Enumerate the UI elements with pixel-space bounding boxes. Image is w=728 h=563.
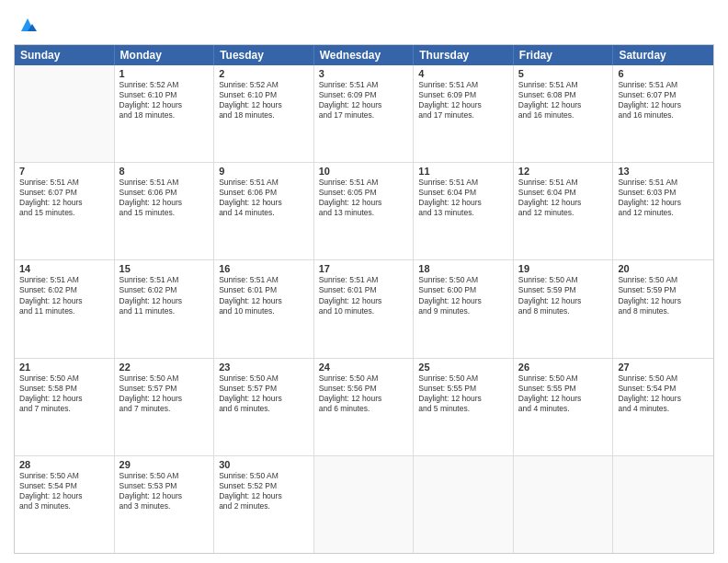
cell-info: Sunrise: 5:51 AM Sunset: 6:04 PM Dayligh… — [418, 178, 508, 218]
cell-info: Sunrise: 5:50 AM Sunset: 5:59 PM Dayligh… — [518, 275, 609, 316]
cell-info: Sunrise: 5:50 AM Sunset: 5:57 PM Dayligh… — [119, 373, 210, 414]
calendar-cell: 18Sunrise: 5:50 AM Sunset: 6:00 PM Dayli… — [414, 260, 514, 357]
calendar-cell: 27Sunrise: 5:50 AM Sunset: 5:54 PM Dayli… — [613, 359, 713, 455]
calendar-cell: 24Sunrise: 5:50 AM Sunset: 5:56 PM Dayli… — [314, 359, 415, 455]
calendar-cell: 19Sunrise: 5:50 AM Sunset: 5:59 PM Dayli… — [514, 260, 614, 357]
cell-info: Sunrise: 5:51 AM Sunset: 6:06 PM Dayligh… — [219, 178, 309, 218]
calendar-cell: 8Sunrise: 5:51 AM Sunset: 6:06 PM Daylig… — [115, 163, 215, 259]
calendar-cell: 4Sunrise: 5:51 AM Sunset: 6:09 PM Daylig… — [414, 65, 514, 162]
cell-info: Sunrise: 5:50 AM Sunset: 5:55 PM Dayligh… — [418, 373, 508, 414]
calendar-week-4: 21Sunrise: 5:50 AM Sunset: 5:58 PM Dayli… — [15, 359, 713, 456]
cell-info: Sunrise: 5:51 AM Sunset: 6:06 PM Dayligh… — [119, 178, 210, 218]
day-number: 28 — [19, 459, 109, 470]
cell-info: Sunrise: 5:50 AM Sunset: 5:54 PM Dayligh… — [19, 471, 109, 511]
day-number: 6 — [618, 68, 709, 79]
calendar-cell: 10Sunrise: 5:51 AM Sunset: 6:05 PM Dayli… — [314, 163, 415, 259]
cell-info: Sunrise: 5:50 AM Sunset: 5:58 PM Dayligh… — [19, 373, 109, 414]
calendar-cell: 23Sunrise: 5:50 AM Sunset: 5:57 PM Dayli… — [214, 359, 314, 455]
calendar-cell: 15Sunrise: 5:51 AM Sunset: 6:02 PM Dayli… — [115, 260, 215, 357]
calendar-week-1: 1Sunrise: 5:52 AM Sunset: 6:10 PM Daylig… — [15, 65, 713, 163]
cell-info: Sunrise: 5:51 AM Sunset: 6:07 PM Dayligh… — [19, 178, 109, 218]
calendar-cell: 12Sunrise: 5:51 AM Sunset: 6:04 PM Dayli… — [514, 163, 614, 259]
cell-info: Sunrise: 5:50 AM Sunset: 5:59 PM Dayligh… — [618, 275, 709, 316]
cell-info: Sunrise: 5:50 AM Sunset: 6:00 PM Dayligh… — [418, 275, 508, 316]
calendar-week-5: 28Sunrise: 5:50 AM Sunset: 5:54 PM Dayli… — [15, 456, 713, 553]
calendar-cell — [314, 456, 415, 553]
cell-info: Sunrise: 5:50 AM Sunset: 5:56 PM Dayligh… — [319, 373, 409, 414]
calendar-cell — [613, 456, 713, 553]
day-number: 26 — [518, 362, 609, 373]
logo-icon — [17, 15, 38, 39]
cell-info: Sunrise: 5:51 AM Sunset: 6:09 PM Dayligh… — [418, 80, 508, 121]
day-number: 19 — [518, 263, 609, 274]
cell-info: Sunrise: 5:50 AM Sunset: 5:57 PM Dayligh… — [219, 373, 309, 414]
calendar-body: 1Sunrise: 5:52 AM Sunset: 6:10 PM Daylig… — [15, 65, 713, 553]
day-number: 21 — [19, 362, 109, 373]
logo — [14, 13, 38, 39]
day-number: 13 — [618, 166, 709, 177]
cell-info: Sunrise: 5:51 AM Sunset: 6:05 PM Dayligh… — [319, 178, 409, 218]
header-day-tuesday: Tuesday — [214, 45, 314, 65]
header-day-thursday: Thursday — [414, 45, 514, 65]
calendar-cell: 14Sunrise: 5:51 AM Sunset: 6:02 PM Dayli… — [15, 260, 115, 357]
calendar-cell: 11Sunrise: 5:51 AM Sunset: 6:04 PM Dayli… — [414, 163, 514, 259]
day-number: 20 — [618, 263, 709, 274]
day-number: 23 — [219, 362, 309, 373]
calendar-cell: 1Sunrise: 5:52 AM Sunset: 6:10 PM Daylig… — [115, 65, 215, 162]
day-number: 27 — [618, 362, 709, 373]
page-header — [14, 9, 714, 39]
cell-info: Sunrise: 5:52 AM Sunset: 6:10 PM Dayligh… — [219, 80, 309, 121]
calendar-cell: 17Sunrise: 5:51 AM Sunset: 6:01 PM Dayli… — [314, 260, 415, 357]
cell-info: Sunrise: 5:50 AM Sunset: 5:55 PM Dayligh… — [518, 373, 609, 414]
day-number: 12 — [518, 166, 609, 177]
cell-info: Sunrise: 5:52 AM Sunset: 6:10 PM Dayligh… — [119, 80, 210, 121]
day-number: 30 — [219, 459, 309, 470]
day-number: 2 — [219, 68, 309, 79]
calendar-cell: 2Sunrise: 5:52 AM Sunset: 6:10 PM Daylig… — [214, 65, 314, 162]
calendar-cell: 9Sunrise: 5:51 AM Sunset: 6:06 PM Daylig… — [214, 163, 314, 259]
day-number: 3 — [319, 68, 409, 79]
calendar: SundayMondayTuesdayWednesdayThursdayFrid… — [14, 44, 714, 554]
day-number: 22 — [119, 362, 210, 373]
day-number: 1 — [119, 68, 210, 79]
calendar-cell: 7Sunrise: 5:51 AM Sunset: 6:07 PM Daylig… — [15, 163, 115, 259]
day-number: 24 — [319, 362, 409, 373]
calendar-week-3: 14Sunrise: 5:51 AM Sunset: 6:02 PM Dayli… — [15, 260, 713, 358]
day-number: 11 — [418, 166, 508, 177]
cell-info: Sunrise: 5:50 AM Sunset: 5:54 PM Dayligh… — [618, 373, 709, 414]
calendar-cell: 3Sunrise: 5:51 AM Sunset: 6:09 PM Daylig… — [314, 65, 415, 162]
day-number: 18 — [418, 263, 508, 274]
cell-info: Sunrise: 5:51 AM Sunset: 6:01 PM Dayligh… — [319, 275, 409, 316]
calendar-cell: 13Sunrise: 5:51 AM Sunset: 6:03 PM Dayli… — [613, 163, 713, 259]
cell-info: Sunrise: 5:51 AM Sunset: 6:03 PM Dayligh… — [618, 178, 709, 218]
cell-info: Sunrise: 5:51 AM Sunset: 6:02 PM Dayligh… — [19, 275, 109, 316]
calendar-week-2: 7Sunrise: 5:51 AM Sunset: 6:07 PM Daylig… — [15, 163, 713, 260]
day-number: 10 — [319, 166, 409, 177]
day-number: 15 — [119, 263, 210, 274]
day-number: 5 — [518, 68, 609, 79]
day-number: 14 — [19, 263, 109, 274]
header-day-saturday: Saturday — [613, 45, 713, 65]
cell-info: Sunrise: 5:51 AM Sunset: 6:04 PM Dayligh… — [518, 178, 609, 218]
header-day-sunday: Sunday — [15, 45, 115, 65]
cell-info: Sunrise: 5:51 AM Sunset: 6:08 PM Dayligh… — [518, 80, 609, 121]
day-number: 25 — [418, 362, 508, 373]
calendar-cell — [15, 65, 115, 162]
calendar-cell — [414, 456, 514, 553]
page: SundayMondayTuesdayWednesdayThursdayFrid… — [0, 0, 728, 563]
calendar-cell: 25Sunrise: 5:50 AM Sunset: 5:55 PM Dayli… — [414, 359, 514, 455]
calendar-cell: 29Sunrise: 5:50 AM Sunset: 5:53 PM Dayli… — [115, 456, 215, 553]
header-day-monday: Monday — [115, 45, 215, 65]
calendar-cell: 22Sunrise: 5:50 AM Sunset: 5:57 PM Dayli… — [115, 359, 215, 455]
day-number: 17 — [319, 263, 409, 274]
day-number: 4 — [418, 68, 508, 79]
calendar-cell: 26Sunrise: 5:50 AM Sunset: 5:55 PM Dayli… — [514, 359, 614, 455]
day-number: 8 — [119, 166, 210, 177]
calendar-cell: 20Sunrise: 5:50 AM Sunset: 5:59 PM Dayli… — [613, 260, 713, 357]
cell-info: Sunrise: 5:50 AM Sunset: 5:52 PM Dayligh… — [219, 471, 309, 511]
cell-info: Sunrise: 5:51 AM Sunset: 6:07 PM Dayligh… — [618, 80, 709, 121]
calendar-cell: 16Sunrise: 5:51 AM Sunset: 6:01 PM Dayli… — [214, 260, 314, 357]
calendar-cell: 30Sunrise: 5:50 AM Sunset: 5:52 PM Dayli… — [214, 456, 314, 553]
day-number: 9 — [219, 166, 309, 177]
header-day-wednesday: Wednesday — [314, 45, 415, 65]
